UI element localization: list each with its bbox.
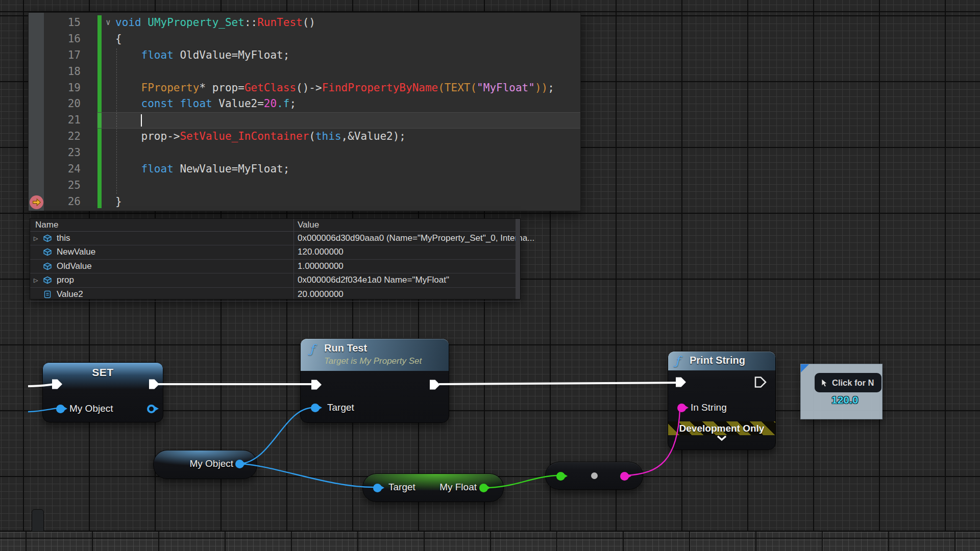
- code-token: [115, 97, 141, 110]
- exec-out-pin[interactable]: [428, 378, 442, 391]
- code-token: prop->: [115, 130, 180, 142]
- line-number[interactable]: 18: [44, 64, 81, 80]
- code-line[interactable]: [115, 112, 580, 129]
- line-number[interactable]: 26: [44, 194, 81, 210]
- code-token: * prop=: [199, 82, 244, 94]
- code-line[interactable]: [115, 64, 580, 80]
- variable-name: NewValue: [57, 245, 95, 259]
- code-token: GetClass: [244, 82, 296, 94]
- target-label: Target: [327, 402, 354, 413]
- code-line[interactable]: float OldValue=MyFloat;: [115, 47, 580, 64]
- float-output-pin[interactable]: [479, 484, 488, 492]
- object-icon: [42, 275, 53, 285]
- code-token: {: [115, 33, 122, 45]
- code-line[interactable]: const float Value2=20.f;: [115, 96, 580, 112]
- code-token: [115, 49, 141, 61]
- watch-header-row: Name Value: [30, 219, 520, 232]
- watch-row[interactable]: Value220.0000000: [30, 288, 520, 302]
- in-string-input-pin[interactable]: [677, 404, 686, 412]
- line-number[interactable]: 17: [44, 47, 81, 64]
- code-line[interactable]: }: [115, 194, 580, 210]
- set-node[interactable]: SET My Object: [42, 362, 163, 422]
- click-for-info-button[interactable]: Click for N: [815, 373, 881, 392]
- expand-chevron-down-icon[interactable]: [717, 435, 727, 441]
- offscreen-node-stub: [32, 509, 44, 532]
- field-icon: [42, 289, 53, 299]
- code-token: (: [470, 82, 477, 94]
- code-line[interactable]: ∨void UMyProperty_Set::RunTest(): [115, 15, 580, 31]
- code-line[interactable]: [115, 145, 580, 161]
- run-test-node[interactable]: ƒ Run Test Target is My Property Set Tar…: [300, 338, 449, 423]
- function-icon: ƒ: [310, 343, 314, 355]
- exec-in-pin[interactable]: [51, 378, 64, 391]
- get-my-float-node[interactable]: Target My Float: [362, 473, 504, 502]
- exec-in-pin[interactable]: [674, 375, 688, 389]
- code-token: "MyFloat": [477, 82, 535, 94]
- code-line[interactable]: float NewValue=MyFloat;: [115, 161, 580, 178]
- code-token: [174, 97, 180, 110]
- print-string-title: Print String: [690, 355, 745, 366]
- execution-pointer-icon[interactable]: [30, 195, 43, 209]
- exec-out-pin[interactable]: [754, 375, 767, 389]
- code-token: [115, 82, 141, 94]
- code-token: (): [303, 16, 315, 29]
- target-input-pin[interactable]: [373, 484, 382, 492]
- line-number[interactable]: 23: [44, 145, 81, 161]
- exec-in-pin[interactable]: [310, 378, 323, 391]
- code-line[interactable]: [115, 178, 580, 194]
- watch-row[interactable]: ▷prop0x000006d2f034e1a0 Name="MyFloat": [30, 273, 520, 287]
- expand-arrow-icon[interactable]: ▷: [34, 273, 41, 287]
- line-number[interactable]: 20: [44, 96, 81, 112]
- code-token: FProperty: [141, 82, 200, 94]
- fold-chevron-icon[interactable]: ∨: [106, 14, 111, 31]
- line-number[interactable]: 21: [44, 112, 81, 129]
- development-only-banner: Development Only: [668, 421, 775, 435]
- my-float-label: My Float: [439, 482, 477, 493]
- set-node-title: SET: [43, 366, 163, 379]
- code-line[interactable]: prop->SetValue_InContainer(this,&Value2)…: [115, 129, 580, 145]
- object-output-pin[interactable]: [235, 460, 244, 468]
- debug-watch-bubble[interactable]: Click for N 120.0: [800, 364, 883, 419]
- watch-row[interactable]: OldValue1.00000000: [30, 260, 520, 273]
- code-token: void: [115, 16, 141, 29]
- line-number[interactable]: 24: [44, 161, 81, 178]
- code-token: const: [141, 97, 174, 110]
- code-token: RunTest: [257, 16, 303, 29]
- target-input-pin[interactable]: [311, 404, 320, 412]
- locals-watch-panel[interactable]: Name Value ▷this0x000006d30d90aaa0 (Name…: [30, 218, 521, 299]
- object-input-pin[interactable]: [56, 405, 65, 413]
- watch-row[interactable]: ▷this0x000006d30d90aaa0 (Name="MyPropert…: [30, 232, 520, 245]
- blueprint-debug-screen: 151617181920212223242526 ∨void UMyProper…: [0, 0, 980, 551]
- code-token: float: [141, 163, 174, 175]
- code-line[interactable]: FProperty* prop=GetClass()->FindProperty…: [115, 80, 580, 96]
- watch-row[interactable]: NewValue120.000000: [30, 245, 520, 259]
- code-token: ,&Value2);: [341, 130, 406, 142]
- line-number[interactable]: 19: [44, 80, 81, 96]
- string-output-pin[interactable]: [620, 472, 629, 481]
- line-number-gutter[interactable]: 151617181920212223242526: [44, 15, 81, 210]
- my-object-getter-node[interactable]: My Object: [153, 450, 257, 479]
- float-input-pin[interactable]: [556, 472, 565, 481]
- click-for-info-label: Click for N: [832, 378, 874, 388]
- breakpoint-margin[interactable]: [29, 13, 44, 211]
- line-number[interactable]: 25: [44, 178, 81, 194]
- my-object-label: My Object: [189, 458, 233, 469]
- object-output-pin[interactable]: [147, 405, 156, 413]
- line-number[interactable]: 16: [44, 31, 81, 47]
- code-area[interactable]: ∨void UMyProperty_Set::RunTest(){ float …: [115, 15, 580, 210]
- code-editor-panel[interactable]: 151617181920212223242526 ∨void UMyProper…: [28, 12, 581, 211]
- line-number[interactable]: 22: [44, 129, 81, 145]
- code-token: ;: [548, 82, 554, 94]
- code-token: FindPropertyByName: [322, 82, 438, 94]
- float-to-string-conversion-node[interactable]: [545, 462, 643, 490]
- line-number[interactable]: 15: [44, 15, 81, 31]
- code-token: .f: [277, 97, 289, 110]
- print-string-node[interactable]: ƒ Print String In String Development Onl…: [668, 351, 776, 450]
- expand-arrow-icon[interactable]: ▷: [34, 232, 41, 245]
- object-icon: [42, 261, 53, 271]
- run-test-subtitle: Target is My Property Set: [324, 356, 422, 366]
- code-line[interactable]: {: [115, 31, 580, 47]
- code-token: UMyProperty_Set: [148, 16, 244, 29]
- code-token: 20: [264, 97, 277, 110]
- exec-out-pin[interactable]: [148, 378, 161, 391]
